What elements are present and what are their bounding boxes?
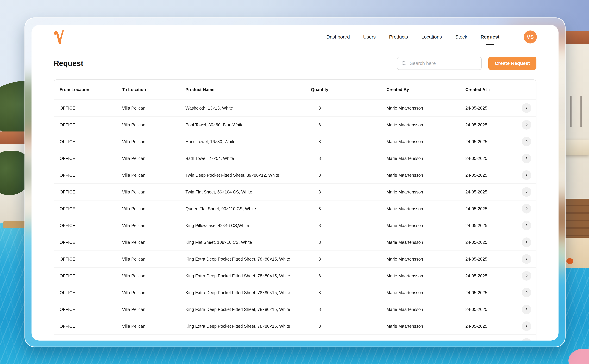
row-detail-button[interactable]: ›: [522, 154, 531, 163]
cell-created-at: 24-05-2025: [465, 257, 487, 262]
cell-from-location: OFFICE: [60, 173, 122, 178]
cell-created-at: 24-05-2025: [465, 156, 487, 161]
cell-created-at-wrap: 24-05-2025 ›: [465, 187, 536, 197]
table-row[interactable]: OFFICE Villa Pelican Pool Towel, 30×60, …: [54, 117, 536, 133]
table-row[interactable]: OFFICE Villa Pelican King Pillowcase, 42…: [54, 217, 536, 234]
row-detail-button[interactable]: ›: [522, 338, 531, 341]
nav-item-stock[interactable]: Stock: [455, 34, 467, 40]
cell-quantity: 8: [300, 123, 339, 127]
cell-created-by: Marie Maartensson: [386, 139, 465, 144]
cell-product-name: King Extra Deep Pocket Fitted Sheet, 78×…: [185, 257, 300, 262]
table-row[interactable]: OFFICE Villa Pelican King Extra Deep Poc…: [54, 251, 536, 268]
cell-product-name: Twin Flat Sheet, 66×104 CS, White: [185, 189, 300, 195]
brand-logo[interactable]: [53, 29, 64, 46]
cell-product-name: Hand Towel, 16×30, White: [185, 139, 300, 144]
cell-created-at: 24-05-2025: [465, 139, 487, 144]
row-detail-button[interactable]: ›: [522, 187, 531, 197]
cell-quantity: 8: [300, 173, 339, 178]
row-detail-button[interactable]: ›: [522, 321, 531, 331]
cell-from-location: OFFICE: [60, 123, 122, 127]
cell-quantity: 8: [300, 257, 339, 262]
cell-quantity: 8: [300, 106, 339, 110]
main-nav: Dashboard Users Products Locations Stock…: [326, 31, 537, 44]
cell-created-by: Marie Maartensson: [386, 156, 465, 161]
row-detail-button[interactable]: ›: [522, 120, 531, 130]
cell-product-name: King Extra Deep Pocket Fitted Sheet, 78×…: [185, 290, 300, 295]
cell-from-location: OFFICE: [60, 240, 122, 245]
chevron-right-icon: ›: [525, 306, 528, 312]
cell-created-at-wrap: 24-05-2025 ›: [465, 254, 536, 264]
column-header-quantity: Quantity: [300, 87, 339, 92]
table-body: OFFICE Villa Pelican Washcloth, 13×13, W…: [54, 100, 536, 341]
cell-from-location: OFFICE: [60, 290, 122, 295]
cell-to-location: Villa Pelican: [122, 324, 185, 329]
row-detail-button[interactable]: ›: [522, 170, 531, 180]
cell-quantity: 8: [300, 189, 339, 195]
create-request-button[interactable]: Create Request: [488, 57, 537, 70]
cell-to-location: Villa Pelican: [122, 156, 185, 161]
nav-item-locations[interactable]: Locations: [421, 34, 442, 40]
row-detail-button[interactable]: ›: [522, 288, 531, 297]
table-row[interactable]: OFFICE Villa Pelican Washcloth, 13×13, W…: [54, 100, 536, 117]
cell-created-by: Marie Maartensson: [386, 273, 465, 278]
cell-quantity: 8: [300, 139, 339, 144]
cell-to-location: Villa Pelican: [122, 106, 185, 110]
cell-created-at-wrap: 24-05-2025 ›: [465, 154, 536, 163]
table-row[interactable]: OFFICE Villa Pelican Queen Flat Sheet, 9…: [54, 201, 536, 217]
table-row[interactable]: OFFICE Villa Pelican Twin Flat Sheet, 66…: [54, 184, 536, 201]
chevron-right-icon: ›: [525, 272, 528, 278]
table-row[interactable]: OFFICE Villa Pelican Bath Towel, 27×54, …: [54, 150, 536, 167]
row-detail-button[interactable]: ›: [522, 305, 531, 314]
cell-created-at-wrap: 24-05-2025 ›: [465, 271, 536, 281]
search-input[interactable]: [409, 60, 478, 66]
cell-created-by: Marie Maartensson: [386, 206, 465, 211]
table-row[interactable]: OFFICE Villa Pelican King Extra Deep Poc…: [54, 268, 536, 284]
cell-to-location: Villa Pelican: [122, 206, 185, 211]
cell-created-at: 24-05-2025: [465, 123, 487, 127]
table-row[interactable]: OFFICE Villa Pelican King Extra Deep Poc…: [54, 318, 536, 335]
row-detail-button[interactable]: ›: [522, 221, 531, 230]
table-row[interactable]: OFFICE Villa Pelican King Extra Deep Poc…: [54, 284, 536, 301]
cell-created-at-wrap: 24-05-2025 ›: [465, 170, 536, 180]
cell-to-location: Villa Pelican: [122, 290, 185, 295]
row-detail-button[interactable]: ›: [522, 271, 531, 281]
nav-item-users[interactable]: Users: [363, 34, 376, 40]
page-content: Request Create Request From Location: [32, 57, 558, 341]
user-avatar[interactable]: VS: [524, 31, 537, 44]
nav-item-dashboard[interactable]: Dashboard: [326, 34, 350, 40]
cell-created-by: Marie Maartensson: [386, 173, 465, 178]
cell-created-at: 24-05-2025: [465, 223, 487, 228]
table-row[interactable]: OFFICE Villa Pelican King Extra Deep Poc…: [54, 301, 536, 318]
row-detail-button[interactable]: ›: [522, 254, 531, 264]
chevron-right-icon: ›: [525, 205, 528, 211]
chevron-right-icon: ›: [525, 138, 528, 144]
cell-created-at-wrap: 24-05-2025 ›: [465, 321, 536, 331]
cell-created-by: Marie Maartensson: [386, 240, 465, 245]
chevron-right-icon: ›: [525, 222, 528, 228]
row-detail-button[interactable]: ›: [522, 237, 531, 247]
cell-quantity: 8: [300, 240, 339, 245]
table-row[interactable]: OFFICE Villa Pelican Twin Deep Pocket Fi…: [54, 167, 536, 184]
column-header-product-name: Product Name: [185, 87, 300, 92]
cell-to-location: Villa Pelican: [122, 273, 185, 278]
cell-to-location: Villa Pelican: [122, 257, 185, 262]
nav-item-products[interactable]: Products: [389, 34, 408, 40]
cell-quantity: 8: [300, 290, 339, 295]
cell-created-at-wrap: 24-05-2025 ›: [465, 221, 536, 230]
glass-frame: Dashboard Users Products Locations Stock…: [25, 18, 566, 347]
nav-item-request[interactable]: Request: [481, 34, 499, 40]
table-row[interactable]: OFFICE Villa Pelican Hand Towel, 16×30, …: [54, 133, 536, 150]
chevron-right-icon: ›: [525, 188, 528, 195]
cell-quantity: 8: [300, 206, 339, 211]
cell-from-location: OFFICE: [60, 189, 122, 195]
column-header-created-at[interactable]: Created At↓: [465, 87, 536, 92]
cell-created-at-wrap: 24-05-2025 ›: [465, 305, 536, 314]
column-header-created-by: Created By: [386, 87, 465, 92]
cell-created-at-wrap: 24-05-2025 ›: [465, 338, 536, 341]
table-row[interactable]: OFFICE Villa Pelican King Flat Sheet, 10…: [54, 234, 536, 251]
table-row[interactable]: OFFICE Villa Pelican King Extra Deep Poc…: [54, 335, 536, 341]
chevron-right-icon: ›: [525, 172, 528, 178]
row-detail-button[interactable]: ›: [522, 103, 531, 113]
row-detail-button[interactable]: ›: [522, 137, 531, 146]
row-detail-button[interactable]: ›: [522, 204, 531, 214]
